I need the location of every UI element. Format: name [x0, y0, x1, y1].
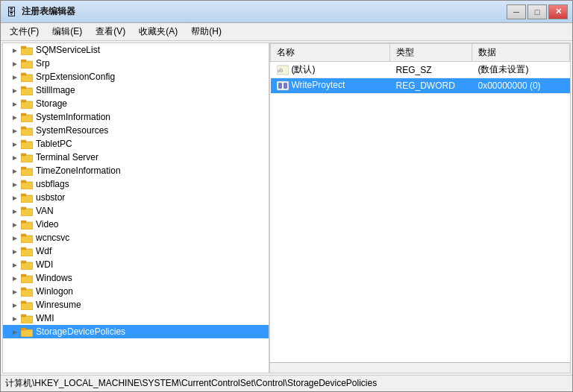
- tree-item[interactable]: ► VAN: [3, 204, 269, 218]
- svg-rect-9: [21, 100, 26, 102]
- svg-rect-8: [21, 101, 33, 109]
- svg-rect-31: [21, 247, 26, 250]
- tree-item-label: WMI: [36, 313, 54, 323]
- tree-item[interactable]: ► Winresume: [3, 298, 269, 312]
- folder-icon: [21, 273, 33, 283]
- tree-item-label: TimeZoneInformation: [36, 165, 121, 176]
- folder-icon: [21, 300, 33, 310]
- tree-item[interactable]: ► WDI: [3, 258, 269, 271]
- tree-expand-icon[interactable]: ►: [9, 326, 21, 338]
- tree-expand-icon[interactable]: ►: [9, 84, 21, 96]
- tree-item[interactable]: ► Wdf: [3, 244, 269, 258]
- tree-item[interactable]: ► usbstor: [3, 191, 269, 204]
- tree-item[interactable]: ► StorageDevicePolicies: [3, 325, 269, 338]
- tree-expand-icon[interactable]: ►: [9, 165, 21, 177]
- registry-row[interactable]: WriteProytectREG_DWORD0x00000000 (0): [271, 78, 570, 94]
- tree-expand-icon[interactable]: ►: [9, 44, 21, 56]
- tree-item[interactable]: ► usbflags: [3, 177, 269, 191]
- svg-rect-4: [21, 75, 33, 82]
- title-bar: 🗄 注册表编辑器 ─ □ ✕: [1, 1, 572, 23]
- tree-item-label: Wdf: [36, 246, 51, 256]
- tree-expand-icon[interactable]: ►: [9, 299, 21, 311]
- tree-item-label: SystemResources: [36, 125, 108, 136]
- tree-item-label: SQMServiceList: [36, 45, 100, 55]
- svg-rect-41: [21, 314, 26, 317]
- svg-rect-42: [21, 329, 33, 337]
- tree-expand-icon[interactable]: ►: [9, 57, 21, 69]
- svg-rect-26: [21, 222, 33, 230]
- tree-item[interactable]: ► SystemResources: [3, 124, 269, 137]
- tree-expand-icon[interactable]: ►: [9, 312, 21, 324]
- tree-item-label: wcncsvc: [36, 233, 69, 243]
- tree-expand-icon[interactable]: ►: [9, 111, 21, 123]
- tree-expand-icon[interactable]: ►: [9, 205, 21, 217]
- svg-rect-14: [21, 142, 33, 149]
- folder-icon: [21, 85, 33, 95]
- tree-expand-icon[interactable]: ►: [9, 245, 21, 257]
- folder-icon: [21, 45, 33, 55]
- col-type[interactable]: 类型: [390, 44, 472, 62]
- tree-expand-icon[interactable]: ►: [9, 285, 21, 297]
- tree-expand-icon[interactable]: ►: [9, 138, 21, 150]
- registry-row[interactable]: ab (默认)REG_SZ(数值未设置): [271, 62, 570, 78]
- menu-edit[interactable]: 编辑(E): [46, 24, 88, 39]
- tree-item[interactable]: ► wcncsvc: [3, 231, 269, 244]
- tree-item[interactable]: ► Winlogon: [3, 285, 269, 298]
- svg-rect-24: [21, 209, 33, 216]
- reg-type-cell: REG_DWORD: [390, 78, 472, 94]
- menu-file[interactable]: 文件(F): [4, 24, 45, 39]
- tree-item[interactable]: ► SQMServiceList: [3, 43, 269, 57]
- tree-item-label: Windows: [36, 273, 72, 283]
- menu-bar: 文件(F) 编辑(E) 查看(V) 收藏夹(A) 帮助(H): [1, 23, 572, 41]
- tree-item[interactable]: ► Srp: [3, 57, 269, 70]
- svg-rect-28: [21, 235, 33, 243]
- h-scrollbar-area[interactable]: [270, 362, 570, 373]
- tree-item[interactable]: ► Video: [3, 218, 269, 231]
- tree-item[interactable]: ► WMI: [3, 312, 269, 325]
- menu-help[interactable]: 帮助(H): [185, 24, 228, 39]
- registry-table-scroll[interactable]: 名称 类型 数据 ab (默认)REG_SZ(数值未设置) WriteProyt…: [270, 43, 570, 362]
- tree-item[interactable]: ► StillImage: [3, 83, 269, 97]
- app-icon: 🗄: [5, 6, 17, 18]
- folder-icon: [21, 206, 33, 216]
- tree-item[interactable]: ► TimeZoneInformation: [3, 164, 269, 177]
- folder-icon: [21, 179, 33, 189]
- folder-icon: [21, 259, 33, 270]
- maximize-button[interactable]: □: [527, 4, 547, 19]
- tree-expand-icon[interactable]: ►: [9, 151, 21, 163]
- tree-item[interactable]: ► Storage: [3, 97, 269, 110]
- tree-expand-icon[interactable]: ►: [9, 178, 21, 190]
- tree-item[interactable]: ► SrpExtensionConfig: [3, 70, 269, 83]
- svg-rect-39: [21, 301, 26, 303]
- tree-expand-icon[interactable]: ►: [9, 98, 21, 110]
- col-data[interactable]: 数据: [472, 44, 570, 62]
- folder-icon: [21, 326, 33, 337]
- tree-item[interactable]: ► SystemInformation: [3, 110, 269, 124]
- tree-item-label: StillImage: [36, 85, 75, 95]
- h-scrollbar[interactable]: [270, 363, 570, 373]
- folder-icon: [21, 313, 33, 323]
- svg-rect-38: [21, 303, 33, 310]
- svg-rect-32: [21, 262, 33, 270]
- tree-item[interactable]: ► Terminal Server: [3, 151, 269, 164]
- minimize-button[interactable]: ─: [507, 4, 526, 19]
- tree-expand-icon[interactable]: ►: [9, 272, 21, 284]
- tree-expand-icon[interactable]: ►: [9, 259, 21, 271]
- tree-expand-icon[interactable]: ►: [9, 71, 21, 83]
- tree-expand-icon[interactable]: ►: [9, 232, 21, 244]
- tree-expand-icon[interactable]: ►: [9, 124, 21, 136]
- svg-rect-23: [21, 194, 26, 196]
- svg-rect-12: [21, 128, 33, 136]
- tree-expand-icon[interactable]: ►: [9, 192, 21, 203]
- tree-pane[interactable]: ► SQMServiceList► Srp► SrpExtensionConfi…: [3, 43, 270, 373]
- close-button[interactable]: ✕: [548, 4, 568, 19]
- tree-item[interactable]: ► Windows: [3, 271, 269, 285]
- svg-rect-35: [21, 274, 26, 276]
- tree-expand-icon[interactable]: ►: [9, 218, 21, 230]
- col-name[interactable]: 名称: [271, 44, 390, 62]
- menu-favorites[interactable]: 收藏夹(A): [133, 24, 184, 39]
- menu-view[interactable]: 查看(V): [90, 24, 131, 39]
- folder-icon: [21, 246, 33, 256]
- tree-item[interactable]: ► TabletPC: [3, 137, 269, 151]
- svg-rect-33: [21, 261, 26, 263]
